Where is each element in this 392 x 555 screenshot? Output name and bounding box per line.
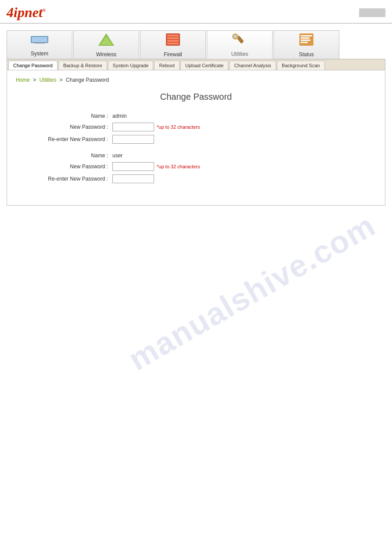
svg-rect-14 [301,35,312,36]
admin-new-password-input[interactable] [112,123,154,131]
breadcrumb-home[interactable]: Home [16,77,30,83]
nav-item-wireless[interactable]: Wireless [73,30,139,59]
admin-reenter-input[interactable] [112,135,154,144]
user-new-password-row: New Password : *up to 32 characters [16,162,376,171]
subtab-background-scan[interactable]: Background Scan [277,61,325,70]
firewall-icon [165,33,181,50]
svg-rect-1 [32,37,47,42]
svg-rect-16 [301,40,310,41]
svg-rect-15 [301,37,309,39]
svg-rect-7 [167,37,179,39]
user-reenter-input[interactable] [112,174,154,183]
user-form-section: Name : user New Password : *up to 32 cha… [16,152,376,183]
svg-rect-6 [167,35,179,36]
main-nav: System Wireless Firewall [7,30,385,59]
user-reenter-label: Re-enter New Password : [16,176,112,182]
admin-name-row: Name : admin [16,113,376,119]
wireless-icon [97,33,115,50]
breadcrumb-sep1: > [33,77,36,83]
header: 4ipnet® [0,0,392,24]
admin-reenter-row: Re-enter New Password : [16,135,376,144]
breadcrumb-section[interactable]: Utilities [40,77,57,83]
subtab-upload-certificate[interactable]: Upload Certificate [180,61,228,70]
page-title: Change Password [16,92,376,102]
logo-text: 4ipnet [7,4,43,20]
nav-label-status: Status [299,51,314,58]
user-new-password-label: New Password : [16,163,112,170]
status-icon [298,33,315,50]
svg-rect-9 [167,43,179,44]
system-icon [30,33,49,49]
nav-label-firewall: Firewall [164,51,182,58]
svg-point-12 [234,35,237,38]
admin-form-section: Name : admin New Password : *up to 32 ch… [16,113,376,144]
watermark: manualshive.com [122,207,381,377]
subtab-system-upgrade[interactable]: System Upgrade [108,61,154,70]
nav-item-firewall[interactable]: Firewall [140,30,206,59]
admin-name-label: Name : [16,113,112,119]
admin-new-password-row: New Password : *up to 32 characters [16,123,376,131]
admin-new-password-hint: *up to 32 characters [157,124,200,130]
nav-item-utilities[interactable]: Utilities [207,30,273,59]
nav-label-wireless: Wireless [96,51,116,58]
nav-item-system[interactable]: System [7,30,72,59]
breadcrumb-sep2: > [60,77,63,83]
header-right-area [359,8,385,17]
sub-tab-bar: Change Password Backup & Restore System … [7,59,385,70]
user-name-row: Name : user [16,152,376,159]
svg-rect-17 [301,42,308,43]
subtab-channel-analysis[interactable]: Channel Analysis [229,61,276,70]
nav-label-system: System [31,51,48,57]
admin-name-value: admin [112,113,127,119]
user-reenter-row: Re-enter New Password : [16,174,376,183]
svg-rect-8 [167,40,179,42]
subtab-backup-restore[interactable]: Backup & Restore [58,61,107,70]
logo: 4ipnet® [7,4,46,21]
logo-superscript: ® [43,8,46,13]
user-name-label: Name : [16,152,112,159]
user-new-password-input[interactable] [112,162,154,171]
admin-new-password-label: New Password : [16,124,112,130]
admin-reenter-label: Re-enter New Password : [16,136,112,142]
user-name-value: user [112,152,122,159]
nav-label-utilities: Utilities [231,51,248,57]
subtab-change-password[interactable]: Change Password [8,61,58,70]
breadcrumb: Home > Utilities > Change Password [16,77,376,83]
user-new-password-hint: *up to 32 characters [157,164,200,169]
utilities-icon [231,32,248,49]
svg-rect-2 [34,42,45,44]
nav-item-status[interactable]: Status [273,30,339,59]
subtab-reboot[interactable]: Reboot [154,61,179,70]
main-content: Home > Utilities > Change Password Chang… [7,70,385,206]
breadcrumb-current: Change Password [66,77,109,83]
